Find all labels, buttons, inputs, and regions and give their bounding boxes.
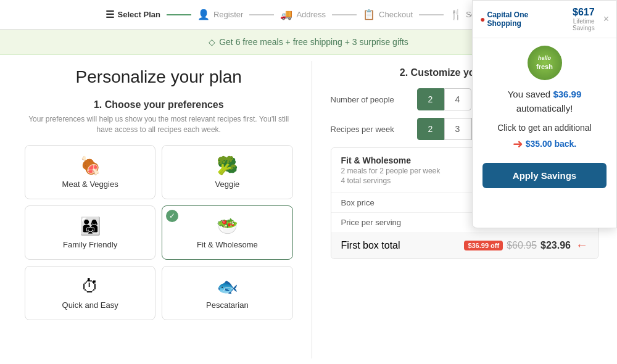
nav-step-label-register: Register — [213, 10, 243, 19]
apply-savings-button[interactable]: Apply Savings — [482, 163, 607, 188]
recipes-label: Recipes per week — [331, 125, 411, 134]
pref-card-veggie[interactable]: 🥦 Veggie — [162, 145, 292, 199]
first-box-sale: $23.96 — [540, 240, 571, 251]
left-panel: Personalize your plan 1. Choose your pre… — [0, 55, 312, 364]
family-friendly-icon: 👨‍👩‍👧 — [80, 216, 101, 236]
pescatarian-label: Pescatarian — [206, 300, 249, 310]
fit-wholesome-icon: 🥗 — [217, 216, 238, 236]
section1-title: 1. Choose your preferences — [25, 99, 293, 110]
nav-step-label-checkout: Checkout — [379, 10, 413, 19]
capital-one-logo: ● Capital One Shopping — [480, 10, 555, 28]
address-icon: 🚚 — [280, 9, 292, 20]
veggie-label: Veggie — [215, 180, 239, 189]
fit-wholesome-label: Fit & Wholesome — [197, 240, 258, 249]
pref-card-meat-veggies[interactable]: 🍖 Meat & Veggies — [25, 145, 155, 199]
people-label: Number of people — [331, 95, 411, 104]
cap-one-savings-total: $617 Lifetime Savings — [555, 7, 594, 31]
cap-one-saved-amount: $36.99 — [553, 89, 581, 99]
first-box-label: First box total — [341, 240, 400, 251]
capital-one-overlay: ● Capital One Shopping $617 Lifetime Sav… — [472, 0, 617, 228]
first-box-row: First box total $36.99 off $60.95 $23.96… — [331, 232, 598, 259]
cap-one-cta-text: Click to get an additional ➜ $35.00 back… — [487, 118, 602, 157]
brand-logo-line2: fresh — [536, 62, 553, 71]
promo-diamond-icon: ◇ — [209, 37, 215, 47]
first-box-original: $60.95 — [507, 240, 537, 251]
recipes-option-2[interactable]: 2 — [417, 118, 444, 140]
register-icon: 👤 — [197, 9, 210, 20]
cap-one-arrow-icon: ➜ — [513, 134, 523, 153]
recipes-option-3[interactable]: 3 — [444, 118, 471, 140]
cap-one-close-button[interactable]: × — [603, 14, 609, 25]
veggie-icon: 🥦 — [217, 155, 238, 176]
nav-step-select-plan[interactable]: ☰ Select Plan — [99, 9, 167, 20]
cap-one-saved-text: You saved $36.99 automatically! — [498, 85, 592, 118]
selected-check-icon: ✓ — [166, 210, 178, 222]
arrow-right-icon: ← — [576, 238, 588, 252]
cap-one-saved-prefix: You saved — [508, 89, 553, 99]
cap-one-saved-auto: automatically! — [516, 103, 573, 114]
meat-veggies-icon: 🍖 — [80, 155, 101, 176]
select-plan-icon: ☰ — [106, 9, 114, 20]
capital-one-header: ● Capital One Shopping $617 Lifetime Sav… — [473, 1, 616, 38]
checkout-icon: 📋 — [363, 9, 375, 20]
cap-one-savings-label: Lifetime Savings — [555, 18, 594, 31]
nav-step-checkout[interactable]: 📋 Checkout — [357, 9, 419, 20]
pref-card-pescatarian[interactable]: 🐟 Pescatarian — [162, 266, 292, 320]
promo-text: Get 6 free meals + free shipping + 3 sur… — [219, 37, 408, 47]
nav-connector-4 — [419, 14, 444, 15]
cap-one-cta-amount: $35.00 back. — [526, 138, 577, 151]
page-title: Personalize your plan — [25, 67, 293, 87]
family-friendly-label: Family Friendly — [63, 240, 117, 249]
nav-step-label-select-plan: Select Plan — [118, 10, 160, 19]
discount-badge: $36.99 off — [464, 241, 503, 250]
cap-one-cta-prefix: Click to get an additional — [497, 123, 592, 133]
pref-card-family-friendly[interactable]: 👨‍👩‍👧 Family Friendly — [25, 205, 155, 260]
serving-price-label: Price per serving — [341, 218, 402, 227]
cap-one-logo-text: Capital One Shopping — [487, 10, 555, 28]
nav-step-label-address: Address — [296, 10, 326, 19]
box-price-label: Box price — [341, 198, 375, 207]
nav-connector-3 — [332, 14, 357, 15]
select-meals-icon: 🍴 — [450, 9, 462, 20]
hellfresh-brand-logo: hello fresh — [528, 46, 562, 80]
people-option-2[interactable]: 2 — [417, 88, 444, 110]
pref-card-fit-wholesome[interactable]: ✓ 🥗 Fit & Wholesome — [162, 205, 292, 260]
people-options: 2 4 — [417, 88, 471, 110]
preferences-grid: 🍖 Meat & Veggies 🥦 Veggie 👨‍👩‍👧 Family F… — [25, 145, 293, 320]
pref-card-quick-easy[interactable]: ⏱ Quick and Easy — [25, 266, 155, 320]
meat-veggies-label: Meat & Veggies — [62, 180, 118, 189]
nav-step-address[interactable]: 🚚 Address — [274, 9, 332, 20]
brand-logo-line1: hello — [536, 55, 553, 62]
nav-step-register[interactable]: 👤 Register — [191, 9, 249, 20]
cap-one-total-amount: $617 — [555, 7, 594, 18]
quick-easy-label: Quick and Easy — [62, 300, 118, 310]
pescatarian-icon: 🐟 — [217, 276, 238, 297]
people-option-4[interactable]: 4 — [444, 88, 471, 110]
section1-subtitle: Your preferences will help us show you t… — [25, 114, 293, 135]
nav-connector-1 — [167, 14, 191, 15]
nav-connector-2 — [249, 14, 274, 15]
quick-easy-icon: ⏱ — [81, 276, 99, 297]
